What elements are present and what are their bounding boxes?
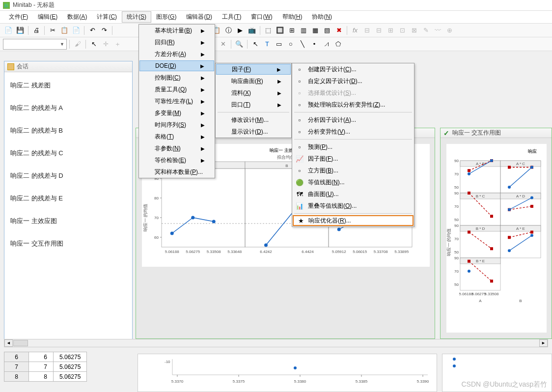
menu-item[interactable]: 可靠性/生存(L)▶ bbox=[139, 95, 215, 107]
menu-文件[interactable]: 文件(F) bbox=[4, 11, 33, 23]
cut-icon[interactable]: ✂ bbox=[47, 25, 58, 36]
row-header[interactable]: 8 bbox=[4, 372, 29, 382]
session-link[interactable]: 响应一 主效应图 bbox=[10, 217, 126, 225]
cell[interactable]: 5.06275 bbox=[54, 362, 87, 372]
menu-item[interactable]: 因子(F)▶ bbox=[216, 64, 291, 75]
horizontal-scrollbar[interactable]: ◄ ► bbox=[4, 339, 548, 347]
menu-帮助[interactable]: 帮助(H) bbox=[277, 11, 307, 23]
menu-item[interactable]: 📈因子图(F)... bbox=[292, 153, 414, 165]
row-header[interactable]: 7 bbox=[4, 362, 29, 372]
menu-item[interactable]: 修改设计(M)... bbox=[216, 114, 291, 126]
cell[interactable]: 5.06275 bbox=[54, 372, 87, 382]
close-icon[interactable]: ✖ bbox=[333, 25, 344, 36]
undo-icon[interactable]: ↶ bbox=[87, 25, 98, 36]
session-link[interactable]: 响应二 的残差与 A bbox=[10, 104, 126, 112]
circle-icon[interactable]: ○ bbox=[285, 39, 296, 50]
polyline-icon[interactable]: ⩘ bbox=[321, 39, 331, 50]
menu-item[interactable]: 基本统计量(B)▶ bbox=[139, 25, 215, 36]
tb-icon[interactable]: ⊞ bbox=[385, 25, 396, 36]
menu-数据[interactable]: 数据(A) bbox=[62, 11, 92, 23]
menu-item[interactable]: 等价检验(E)▶ bbox=[139, 154, 215, 166]
menu-item[interactable]: ▫自定义因子设计(D)... bbox=[292, 75, 414, 87]
tb-icon[interactable]: ▦ bbox=[310, 25, 321, 36]
tb-icon[interactable]: ⓘ bbox=[223, 25, 234, 36]
session-link[interactable]: 响应二 的残差与 E bbox=[10, 194, 126, 203]
cell[interactable]: 8 bbox=[29, 372, 54, 382]
text-icon[interactable]: T bbox=[262, 39, 273, 50]
tb-icon[interactable]: ⊟ bbox=[361, 25, 372, 36]
menu-item[interactable]: 方差分析(A)▶ bbox=[139, 48, 215, 60]
menu-统计[interactable]: 统计(S) bbox=[122, 11, 151, 23]
cancel-icon[interactable]: ✕ bbox=[218, 39, 228, 50]
menu-item[interactable]: 显示设计(D)... bbox=[216, 126, 291, 138]
plus-icon[interactable]: ＋ bbox=[112, 39, 123, 50]
menu-编辑[interactable]: 编辑(E) bbox=[33, 11, 62, 23]
worksheet[interactable]: 665.06275775.06275885.06275 bbox=[4, 352, 87, 382]
menu-item[interactable]: ★响应优化器(R)... bbox=[293, 215, 414, 226]
line-icon[interactable]: ╲ bbox=[297, 39, 308, 50]
rect-icon[interactable]: ▭ bbox=[274, 39, 284, 50]
session-header[interactable]: 会话 bbox=[4, 61, 132, 72]
tb-icon[interactable]: ⊠ bbox=[409, 25, 419, 36]
redo-icon[interactable]: ↷ bbox=[99, 25, 110, 36]
tb-icon[interactable]: ⊞ bbox=[286, 25, 297, 36]
tb-icon[interactable]: ▥ bbox=[298, 25, 309, 36]
menu-item[interactable]: 混料(X)▶ bbox=[216, 87, 291, 99]
menu-item[interactable]: 回归(R)▶ bbox=[139, 36, 215, 48]
menu-item[interactable]: ▫分析变异性(V)... bbox=[292, 126, 414, 138]
paste-icon[interactable]: 📄 bbox=[71, 25, 82, 36]
polygon-icon[interactable]: ⬠ bbox=[332, 39, 343, 50]
scroll-right-arrow[interactable]: ► bbox=[539, 339, 548, 347]
scroll-thumb[interactable] bbox=[13, 340, 28, 346]
tb-icon[interactable]: 🔲 bbox=[275, 25, 285, 36]
menu-item[interactable]: 📊重叠等值线图(O)... bbox=[292, 200, 414, 212]
menu-编辑器[interactable]: 编辑器(D) bbox=[181, 11, 217, 23]
tb-icon[interactable]: ▧ bbox=[322, 25, 332, 36]
crosshair-icon[interactable]: ✛ bbox=[100, 39, 111, 50]
cell[interactable]: 6 bbox=[29, 352, 54, 362]
menu-item[interactable]: 非参数(N)▶ bbox=[139, 142, 215, 154]
menu-item[interactable]: DOE(D)▶ bbox=[139, 60, 214, 71]
fx-icon[interactable]: fx bbox=[350, 25, 360, 36]
tb-icon[interactable]: ⊟ bbox=[373, 25, 384, 36]
menu-协助[interactable]: 协助(N) bbox=[307, 11, 337, 23]
print-icon[interactable]: 🖨 bbox=[31, 25, 42, 36]
tb-icon[interactable]: ✎ bbox=[420, 25, 431, 36]
row-header[interactable]: 6 bbox=[4, 352, 29, 362]
menu-item[interactable]: 响应曲面(R)▶ bbox=[216, 75, 291, 87]
menu-item[interactable]: 冥和样本数量(P)... bbox=[139, 166, 215, 178]
menu-item[interactable]: ▫创建因子设计(C)... bbox=[292, 63, 414, 75]
menu-item[interactable]: 质量工具(Q)▶ bbox=[139, 84, 215, 95]
dot-icon[interactable]: • bbox=[309, 39, 320, 50]
tb-icon[interactable]: ⊕ bbox=[444, 25, 455, 36]
menu-窗口[interactable]: 窗口(W) bbox=[246, 11, 277, 23]
save-icon[interactable]: 💾 bbox=[15, 25, 26, 36]
menu-item[interactable]: 时间序列(S)▶ bbox=[139, 119, 215, 131]
tb-icon[interactable]: ▶ bbox=[235, 25, 246, 36]
menu-item[interactable]: 🗺曲面图(U)... bbox=[292, 188, 414, 200]
session-link[interactable]: 响应二 的残差与 C bbox=[10, 149, 126, 158]
menu-item[interactable]: 控制图(C)▶ bbox=[139, 72, 215, 84]
session-link[interactable]: 响应一 交互作用图 bbox=[10, 239, 126, 248]
menu-item[interactable]: ▫分析因子设计(A)... bbox=[292, 114, 414, 126]
session-link[interactable]: 响应二 的残差与 B bbox=[10, 126, 126, 135]
copy-icon[interactable]: 📋 bbox=[59, 25, 70, 36]
cell[interactable]: 5.06275 bbox=[54, 352, 87, 362]
brush-icon[interactable]: 🖌 bbox=[72, 39, 83, 50]
tb-icon[interactable]: 〰 bbox=[432, 25, 443, 36]
pointer-icon[interactable]: ↖ bbox=[88, 39, 99, 50]
menu-item[interactable]: ▫预处理响应以分析变异性(Z)... bbox=[292, 99, 414, 111]
scroll-left-arrow[interactable]: ◄ bbox=[4, 339, 13, 347]
session-link[interactable]: 响应二 的残差与 D bbox=[10, 171, 126, 180]
menu-item[interactable]: ▫预测(P)... bbox=[292, 141, 414, 153]
zoom-icon[interactable]: 🔍 bbox=[234, 39, 245, 50]
cell[interactable]: 7 bbox=[29, 362, 54, 372]
tb-icon[interactable]: ⊡ bbox=[397, 25, 408, 36]
menu-工具[interactable]: 工具(T) bbox=[217, 11, 246, 23]
tb-icon[interactable]: 📺 bbox=[247, 25, 257, 36]
menu-item[interactable]: 多变量(M)▶ bbox=[139, 107, 215, 119]
plot-header[interactable]: ✓ 响应一 交互作用图 bbox=[441, 128, 552, 138]
menu-计算[interactable]: 计算(C) bbox=[92, 11, 122, 23]
menu-item[interactable]: 表格(T)▶ bbox=[139, 131, 215, 142]
menu-item[interactable]: 田口(T)▶ bbox=[216, 99, 291, 111]
